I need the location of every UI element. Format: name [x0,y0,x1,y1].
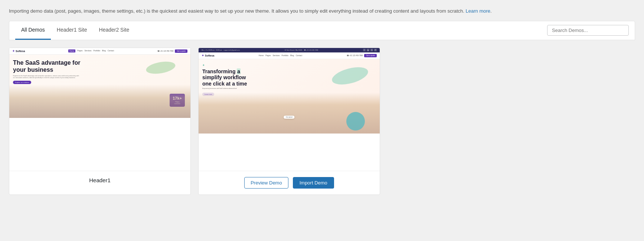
twitter-x-icon: 𝕏 [370,49,373,51]
preview-demo-button[interactable]: Preview Demo [244,177,288,189]
demo-preview-header1: ✦ Softesa Home Pages Services Portfolio … [9,48,190,171]
mockup2-hero: ✦ Transforming a simplify workflow one c… [199,59,380,134]
pinterest-icon: P [374,49,377,51]
social-icons: f ig 𝕏 P [363,49,377,51]
instagram-icon: ig [367,49,369,51]
mockup-nav-links: Home Pages Services Portfolio Blog Conta… [68,49,114,52]
demo-card-header2: Mon - Fri: 09:00 am - 10:00 pm support.i… [198,48,380,195]
mockup-logo: ✦ Softesa [12,49,25,53]
mockup2-nav: ✦ Softesa Home Pages Services Portfolio … [199,52,380,59]
demos-grid: ✦ Softesa Home Pages Services Portfolio … [9,40,635,202]
mockup-nav: ✦ Softesa Home Pages Services Portfolio … [9,48,190,55]
mockup2-person [339,100,369,134]
mockup-hero: The SaaS advantage foryour business Expe… [9,55,190,118]
mockup2-logo: ✦ Softesa [202,54,214,57]
demo-footer-header2: Preview Demo Import Demo [199,171,380,195]
intro-description: Importing demo data (post, pages, images… [9,7,529,15]
tab-all-demos[interactable]: All Demos [15,21,51,40]
mockup2-hero-title: Transforming a simplify workflow one cli… [202,68,269,87]
tab-header1-site[interactable]: Header1 Site [51,21,93,40]
star-icon-2: ✦ [202,54,204,57]
mockup-header2: Mon - Fri: 09:00 am - 10:00 pm support.i… [199,48,380,171]
green-blob-2 [330,64,370,88]
tabs-list: All Demos Header1 Site Header2 Site [15,21,135,40]
mockup-hero-cta: Explore our solutions [13,81,31,84]
tabs-bar: All Demos Header1 Site Header2 Site [9,21,635,40]
teal-star-icon: ✦ [202,64,205,67]
person-circle [346,112,365,131]
mockup-nav-right: ☎ +01 123 456 7890 Get a quote [157,49,187,53]
star-icon: ✦ [12,49,15,53]
facebook-icon: f [363,49,366,51]
demo-preview-header2: Mon - Fri: 09:00 am - 10:00 pm support.i… [199,48,380,171]
mockup-hero-image [9,84,190,118]
demo-footer-header1: Header1 [9,171,190,189]
tab-header2-site[interactable]: Header2 Site [93,21,135,40]
import-demo-button[interactable]: Import Demo [293,177,334,189]
mockup-hero-subtitle: Experience the SaaS advantage and stream… [13,75,80,79]
learn-more-link[interactable]: Learn more [466,8,490,14]
search-input[interactable] [547,25,629,36]
mockup-header1: ✦ Softesa Home Pages Services Portfolio … [9,48,190,171]
mockup2-nav-links: Home Pages Services Portfolio Blog Conta… [259,54,302,57]
demo-card-header1: ✦ Softesa Home Pages Services Portfolio … [9,48,191,195]
mockup-topbar: Mon - Fri: 09:00 am - 10:00 pm support.i… [199,48,380,52]
mockup2-hero-subtitle: Empowering businesses with SaaS solution… [202,88,239,90]
mockup2-getstarted: Get started [284,116,294,119]
demo-title-header1: Header1 [89,177,111,183]
